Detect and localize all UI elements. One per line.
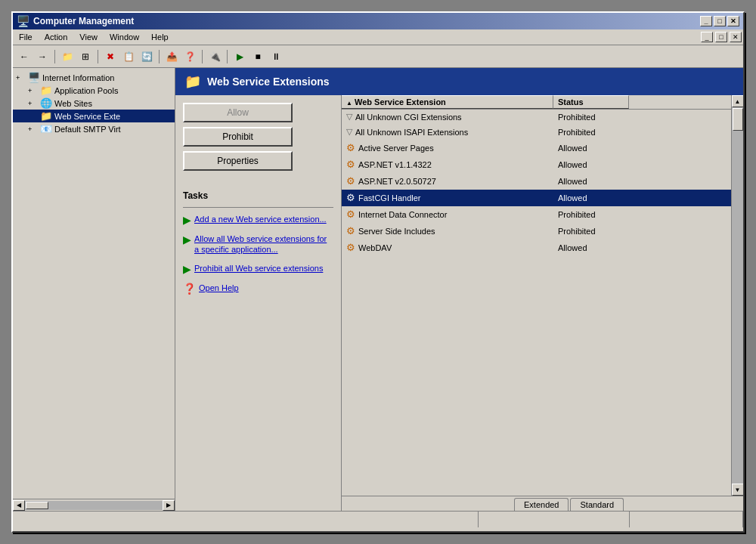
pause-button[interactable]: ⏸ xyxy=(268,48,284,65)
tree-label-wse: Web Service Exte xyxy=(54,112,120,121)
minimize-button[interactable]: _ xyxy=(700,16,712,26)
export-button[interactable]: 📤 xyxy=(163,48,180,65)
asp-icon: ⚙ xyxy=(346,142,355,153)
col-header-extension[interactable]: ▲ Web Service Extension xyxy=(342,95,553,109)
cell-unk-cgi-status: Prohibited xyxy=(553,111,629,123)
tree-item-wse[interactable]: 📁 Web Service Exte xyxy=(13,110,175,122)
list-row[interactable]: ⚙ ASP.NET v1.1.4322 Allowed xyxy=(342,156,731,173)
main-content: + 🖥️ Internet Information + 📁 Applicatio… xyxy=(13,68,743,527)
list-row-selected[interactable]: ⚙ FastCGI Handler Allowed xyxy=(342,190,731,206)
cell-unk-isapi-status: Prohibited xyxy=(553,126,629,138)
col-header-extension-label: Web Service Extension xyxy=(355,97,446,107)
action-panel: Allow Prohibit Properties Tasks ▶ Add a … xyxy=(175,95,342,511)
webdav-icon: ⚙ xyxy=(346,242,355,253)
tree-expand-iis[interactable]: + xyxy=(16,74,28,82)
menu-file[interactable]: File xyxy=(13,31,39,43)
websites-icon: 🌐 xyxy=(40,97,52,109)
hscroll-left[interactable]: ◀ xyxy=(13,500,25,511)
menu-bar-restore[interactable]: □ xyxy=(715,32,727,42)
properties-button[interactable]: Properties xyxy=(183,151,293,171)
list-row[interactable]: ▽ All Unknown CGI Extensions Prohibited xyxy=(342,110,731,125)
delete-button[interactable]: ✖ xyxy=(102,48,119,65)
list-panel: ▲ Web Service Extension Status xyxy=(342,95,743,511)
forward-button[interactable]: → xyxy=(34,48,51,65)
menu-help[interactable]: Help xyxy=(145,31,175,43)
content-body: Allow Prohibit Properties Tasks ▶ Add a … xyxy=(175,95,743,511)
close-button[interactable]: ✕ xyxy=(727,16,739,26)
menu-window[interactable]: Window xyxy=(104,31,145,43)
vscroll-up[interactable]: ▲ xyxy=(732,95,744,107)
tasks-section: Tasks ▶ Add a new Web service extension.… xyxy=(183,190,333,302)
menu-bar-close[interactable]: ✕ xyxy=(730,32,742,42)
tree-item-apppools[interactable]: + 📁 Application Pools xyxy=(13,84,175,97)
col-header-status[interactable]: Status xyxy=(553,95,629,109)
tree-expand-smtp[interactable]: + xyxy=(28,125,40,133)
unk-cgi-label: All Unknown CGI Extensions xyxy=(355,113,462,122)
task-open-help[interactable]: ❓ Open Help xyxy=(183,283,333,295)
prohibit-button[interactable]: Prohibit xyxy=(183,127,293,147)
hscroll-thumb[interactable] xyxy=(26,502,48,509)
right-panel: 📁 Web Service Extensions Allow Prohibit … xyxy=(175,68,743,511)
sort-arrow-icon: ▲ xyxy=(346,100,352,107)
task-open-help-text: Open Help xyxy=(199,283,239,293)
task-allow-all[interactable]: ▶ Allow all Web service extensions for a… xyxy=(183,233,333,255)
properties-button-toolbar[interactable]: 📋 xyxy=(120,48,137,65)
idc-label: Internet Data Connector xyxy=(358,210,447,219)
menu-view[interactable]: View xyxy=(73,31,104,43)
apppools-icon: 📁 xyxy=(40,85,52,96)
list-row[interactable]: ⚙ WebDAV Allowed xyxy=(342,240,731,256)
task-open-help-icon: ❓ xyxy=(183,283,196,295)
vscroll-track xyxy=(732,107,743,484)
menu-action[interactable]: Action xyxy=(39,31,74,43)
tree-expand-apppools[interactable]: + xyxy=(28,87,40,94)
wse-icon: 📁 xyxy=(40,110,52,122)
tree-item-smtp[interactable]: + 📧 Default SMTP Virt xyxy=(13,122,175,135)
tasks-label: Tasks xyxy=(183,190,333,201)
connect-button[interactable]: 🔌 xyxy=(206,48,223,65)
list-row[interactable]: ⚙ ASP.NET v2.0.50727 Allowed xyxy=(342,173,731,190)
tree-expand-websites[interactable]: + xyxy=(28,100,40,107)
back-button[interactable]: ← xyxy=(16,48,33,65)
hscroll-right[interactable]: ▶ xyxy=(163,500,175,511)
content-header-icon: 📁 xyxy=(184,73,201,90)
list-row[interactable]: ⚙ Server Side Includes Prohibited xyxy=(342,223,731,240)
toolbar: ← → 📁 ⊞ ✖ 📋 🔄 📤 ❓ 🔌 ▶ ■ ⏸ xyxy=(13,45,743,68)
cell-idc-ext: ⚙ Internet Data Connector xyxy=(342,207,553,221)
cell-asp-ext: ⚙ Active Server Pages xyxy=(342,141,553,155)
up-button[interactable]: 📁 xyxy=(59,48,76,65)
tab-extended[interactable]: Extended xyxy=(514,498,569,511)
bottom-tabs: Extended Standard xyxy=(342,496,743,511)
cell-aspnet2-status: Allowed xyxy=(553,175,629,187)
unk-isapi-label: All Unknown ISAPI Extensions xyxy=(355,128,468,137)
task-add-new[interactable]: ▶ Add a new Web service extension... xyxy=(183,214,333,226)
left-panel: + 🖥️ Internet Information + 📁 Applicatio… xyxy=(13,68,175,511)
menu-bar-minimize[interactable]: _ xyxy=(701,32,713,42)
task-prohibit-all[interactable]: ▶ Prohibit all Web service extensions xyxy=(183,263,333,275)
vscroll-thumb[interactable] xyxy=(733,108,743,131)
tree-item-websites[interactable]: + 🌐 Web Sites xyxy=(13,97,175,110)
play-button[interactable]: ▶ xyxy=(231,48,248,65)
ssi-label: Server Side Includes xyxy=(358,227,435,236)
allow-button[interactable]: Allow xyxy=(183,103,293,122)
list-row[interactable]: ▽ All Unknown ISAPI Extensions Prohibite… xyxy=(342,125,731,140)
list-row[interactable]: ⚙ Internet Data Connector Prohibited xyxy=(342,206,731,223)
vscroll-down[interactable]: ▼ xyxy=(732,484,744,496)
hscroll-track xyxy=(25,501,163,510)
list-container: ▲ Web Service Extension Status xyxy=(342,95,743,496)
tab-standard[interactable]: Standard xyxy=(570,498,624,511)
refresh-button[interactable]: 🔄 xyxy=(138,48,155,65)
title-bar-buttons: _ □ ✕ xyxy=(700,16,739,26)
tree-item-iis[interactable]: + 🖥️ Internet Information xyxy=(13,71,175,84)
tree-expand-wse[interactable] xyxy=(28,113,40,120)
webdav-label: WebDAV xyxy=(358,243,392,252)
task-add-new-icon: ▶ xyxy=(183,214,191,226)
cell-ssi-ext: ⚙ Server Side Includes xyxy=(342,224,553,238)
help-toolbar-button[interactable]: ❓ xyxy=(181,48,198,65)
list-row[interactable]: ⚙ Active Server Pages Allowed xyxy=(342,140,731,156)
toolbar-sep-2 xyxy=(98,50,98,63)
stop-button[interactable]: ■ xyxy=(249,48,266,65)
col-header-status-label: Status xyxy=(558,97,584,107)
show-hide-button[interactable]: ⊞ xyxy=(77,48,94,65)
maximize-button[interactable]: □ xyxy=(714,16,726,26)
list-view: ▲ Web Service Extension Status xyxy=(342,95,731,496)
